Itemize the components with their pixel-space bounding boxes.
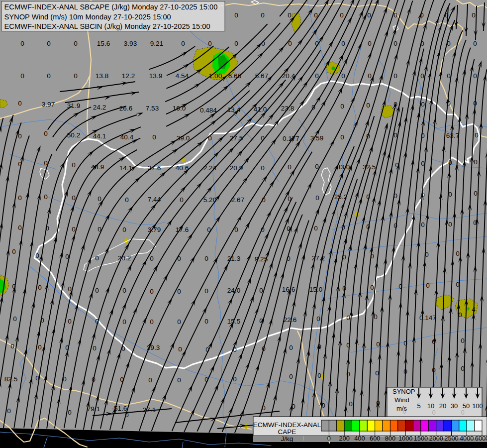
- svg-text:0: 0: [205, 346, 209, 353]
- svg-text:0: 0: [68, 409, 72, 416]
- svg-text:0: 0: [342, 285, 346, 292]
- svg-text:0: 0: [150, 288, 154, 295]
- svg-text:37.6: 37.6: [148, 164, 161, 172]
- svg-text:23.8: 23.8: [281, 105, 294, 112]
- svg-text:0: 0: [74, 72, 78, 80]
- svg-text:0: 0: [204, 376, 208, 383]
- svg-text:0: 0: [177, 376, 181, 384]
- svg-text:0: 0: [207, 226, 211, 233]
- svg-text:40.4: 40.4: [120, 133, 134, 141]
- svg-text:30: 30: [451, 402, 458, 410]
- svg-text:2.67: 2.67: [231, 196, 244, 204]
- svg-text:0: 0: [204, 287, 208, 295]
- svg-text:0: 0: [447, 72, 451, 80]
- svg-text:0: 0: [10, 342, 14, 350]
- svg-text:0: 0: [68, 285, 72, 293]
- svg-text:0: 0: [12, 283, 16, 290]
- svg-text:0: 0: [311, 104, 315, 111]
- svg-text:0: 0: [262, 345, 266, 352]
- svg-text:0: 0: [314, 11, 318, 19]
- svg-text:0: 0: [208, 134, 212, 142]
- svg-text:5: 5: [417, 402, 420, 410]
- svg-text:0: 0: [398, 283, 402, 290]
- svg-text:24.0: 24.0: [227, 287, 240, 294]
- svg-text:400: 400: [354, 435, 365, 442]
- svg-text:0: 0: [341, 40, 345, 47]
- svg-text:0: 0: [395, 161, 399, 169]
- svg-text:0: 0: [341, 72, 345, 80]
- svg-text:0: 0: [47, 40, 51, 47]
- svg-text:0: 0: [447, 100, 451, 107]
- svg-text:3.59: 3.59: [310, 134, 323, 142]
- svg-text:0: 0: [261, 40, 265, 47]
- svg-text:0: 0: [366, 223, 370, 230]
- svg-text:2000: 2000: [429, 435, 443, 442]
- svg-text:0: 0: [180, 196, 184, 204]
- svg-text:0: 0: [393, 192, 397, 200]
- svg-text:0: 0: [367, 11, 371, 19]
- svg-text:0: 0: [289, 373, 293, 380]
- svg-text:27.5: 27.5: [230, 134, 243, 142]
- svg-text:0: 0: [340, 11, 344, 19]
- svg-text:50.2: 50.2: [67, 131, 80, 139]
- svg-text:0: 0: [234, 226, 238, 233]
- svg-text:ECMWF-INDEX-ANAL SBCAPE (J/kg): ECMWF-INDEX-ANAL SBCAPE (J/kg) Monday 27…: [4, 3, 218, 11]
- svg-text:16.0: 16.0: [173, 105, 186, 112]
- svg-text:24.2: 24.2: [93, 104, 106, 111]
- svg-text:0: 0: [421, 221, 425, 228]
- svg-text:9.21: 9.21: [150, 40, 163, 47]
- svg-text:ECMWF-INDEX-ANAL SBCIN (J/kg): ECMWF-INDEX-ANAL SBCIN (J/kg) Monday 27-…: [4, 22, 210, 30]
- svg-text:0: 0: [421, 132, 425, 139]
- svg-text:0: 0: [420, 11, 424, 19]
- svg-text:0: 0: [340, 103, 344, 110]
- svg-text:63.7: 63.7: [446, 132, 459, 139]
- svg-text:0: 0: [393, 131, 397, 139]
- svg-text:0: 0: [35, 252, 39, 259]
- svg-text:3.79: 3.79: [148, 226, 161, 233]
- svg-text:m/s: m/s: [396, 405, 407, 412]
- svg-text:0: 0: [376, 399, 380, 407]
- svg-text:0: 0: [95, 254, 99, 262]
- svg-text:21.3: 21.3: [227, 255, 240, 262]
- svg-text:0: 0: [38, 343, 42, 351]
- svg-text:0: 0: [447, 40, 451, 47]
- svg-text:10: 10: [427, 402, 434, 410]
- svg-text:33.0: 33.0: [337, 163, 350, 171]
- svg-text:0.484: 0.484: [200, 107, 217, 114]
- svg-text:0: 0: [321, 402, 325, 409]
- svg-text:0: 0: [68, 318, 72, 325]
- svg-text:0: 0: [426, 282, 430, 289]
- svg-text:0: 0: [473, 219, 477, 226]
- svg-text:0: 0: [316, 315, 320, 323]
- svg-text:0: 0: [47, 72, 51, 80]
- svg-text:0: 0: [204, 255, 208, 262]
- svg-text:0: 0: [20, 72, 24, 80]
- svg-text:20: 20: [439, 402, 446, 410]
- svg-text:0: 0: [366, 132, 370, 140]
- svg-text:0: 0: [18, 100, 22, 107]
- svg-text:0.147: 0.147: [419, 314, 436, 322]
- svg-text:0: 0: [234, 40, 238, 47]
- svg-text:0: 0: [261, 134, 265, 142]
- svg-text:31.9: 31.9: [67, 102, 80, 110]
- svg-text:0: 0: [150, 318, 154, 326]
- svg-text:7.53: 7.53: [146, 105, 159, 112]
- svg-text:0: 0: [148, 376, 152, 384]
- svg-text:0: 0: [473, 40, 477, 47]
- svg-text:5.67: 5.67: [255, 72, 268, 80]
- svg-text:39.0: 39.0: [177, 134, 190, 142]
- svg-text:0: 0: [375, 369, 379, 377]
- svg-text:0: 0: [315, 194, 319, 202]
- svg-text:0: 0: [473, 100, 477, 107]
- svg-text:1000: 1000: [398, 435, 412, 442]
- svg-text:25.2: 25.2: [334, 193, 347, 201]
- svg-text:0: 0: [458, 311, 462, 319]
- svg-text:3.93: 3.93: [124, 40, 137, 47]
- svg-text:800: 800: [385, 435, 395, 442]
- svg-text:0: 0: [393, 11, 397, 19]
- svg-text:0: 0: [177, 288, 181, 295]
- svg-text:9.25: 9.25: [255, 255, 268, 263]
- svg-text:0: 0: [456, 281, 460, 288]
- svg-text:J/kg: J/kg: [281, 435, 293, 443]
- svg-text:12.2: 12.2: [122, 72, 135, 80]
